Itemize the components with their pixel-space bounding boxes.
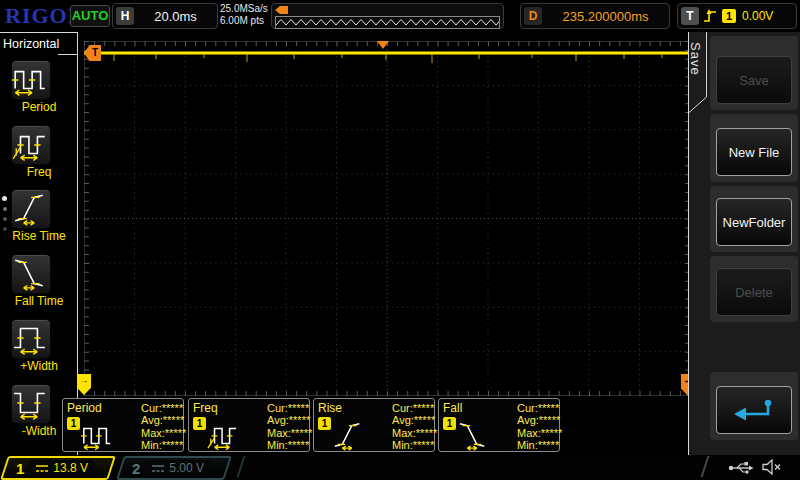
- delete-button[interactable]: Delete: [716, 268, 792, 316]
- memory-depth-value: 6.00M pts: [220, 15, 268, 27]
- channel1-scale: 13.8 V: [53, 461, 88, 475]
- soft-button-slot: NewFolder: [710, 186, 798, 252]
- trigger-source-badge: 1: [722, 9, 736, 23]
- measurement-channel-badge: 1: [67, 417, 80, 430]
- channel2-scale: 5.00 V: [169, 461, 204, 475]
- channel2-scale-box: 5.00 V: [145, 460, 210, 476]
- right-menu-title-tab: Save: [688, 42, 703, 76]
- return-arrow-icon: [731, 397, 777, 423]
- menu-item-rise-time[interactable]: [11, 189, 51, 229]
- menu-item-period[interactable]: [11, 60, 51, 100]
- left-menu-top-border: [0, 32, 78, 33]
- measurement-stats: Cur:***** Avg:***** Max:***** Min:*****: [141, 402, 186, 451]
- measurement-name: Fall: [443, 401, 462, 415]
- channel1-tab[interactable]: 1 13.8 V: [0, 456, 116, 480]
- fall-time-icon: [457, 419, 489, 451]
- measurement-panel-rise[interactable]: Rise 1 Cur:***** Avg:***** Max:***** Min…: [313, 398, 435, 452]
- trigger-status-box[interactable]: T 1 0.00V: [677, 3, 797, 29]
- menu-scroll-dot: [3, 227, 7, 231]
- menu-item-minus-width[interactable]: [11, 384, 51, 424]
- menu-item-rise-time-label: Rise Time: [0, 229, 78, 243]
- acquisition-status-badge: AUTO: [70, 5, 110, 27]
- channel2-tab[interactable]: 2 5.00 V: [116, 456, 232, 480]
- measurement-channel-badge: 1: [193, 417, 206, 430]
- measurement-channel-badge: 1: [443, 417, 456, 430]
- measurement-panel-fall[interactable]: Fall 1 Cur:***** Avg:***** Max:***** Min…: [438, 398, 560, 452]
- new-folder-button[interactable]: NewFolder: [716, 198, 792, 246]
- return-button[interactable]: [716, 386, 792, 434]
- soft-button-slot: Delete: [710, 256, 798, 322]
- sample-rate-value: 25.0MSa/s: [220, 3, 268, 15]
- menu-item-plus-width-label: +Width: [0, 359, 78, 373]
- left-menu-right-border: [77, 32, 78, 455]
- grid-lines: [84, 41, 690, 396]
- rise-time-icon: [12, 190, 48, 226]
- bottom-status-bar: 1 13.8 V 2 5.00 V: [0, 455, 800, 480]
- soft-button-slot: Save: [710, 36, 798, 110]
- graticule: [84, 41, 690, 396]
- measurement-channel-badge: 1: [318, 417, 331, 430]
- horizontal-label: H: [116, 7, 134, 25]
- soft-button-slot: [710, 372, 798, 440]
- sample-rate-block: 25.0MSa/s 6.00M pts: [220, 3, 268, 27]
- measurement-stats: Cur:***** Avg:***** Max:***** Min:*****: [517, 402, 562, 451]
- measurement-name: Period: [67, 401, 102, 415]
- measurement-panel-period[interactable]: Period 1 Cur:***** Avg:***** Max:***** M…: [62, 398, 184, 452]
- menu-item-freq-label: Freq: [0, 165, 78, 179]
- delay-value: 235.200000ms: [542, 9, 669, 24]
- menu-item-fall-time[interactable]: [11, 254, 51, 294]
- trigger-slope-icon: [703, 8, 718, 24]
- save-button[interactable]: Save: [716, 56, 792, 104]
- left-menu-tab-border: [58, 54, 77, 55]
- rise-time-icon: [332, 419, 364, 451]
- new-file-button[interactable]: New File: [716, 128, 792, 176]
- dc-coupling-icon: [151, 464, 165, 473]
- freq-icon: [12, 126, 48, 162]
- menu-item-period-label: Period: [0, 100, 78, 114]
- period-icon: [81, 419, 113, 451]
- preview-position-marker-icon: [275, 6, 288, 14]
- measurement-panel-freq[interactable]: Freq 1 Cur:***** Avg:***** Max:***** Min…: [188, 398, 310, 452]
- preview-waveform: [275, 16, 500, 29]
- trigger-position-triangle-icon[interactable]: [377, 41, 389, 49]
- delay-label: D: [524, 7, 542, 25]
- left-function-menu: Horizontal Period Freq: [0, 32, 80, 455]
- channel1-scale-box: 13.8 V: [29, 460, 94, 476]
- usb-icon: [728, 460, 754, 475]
- speaker-muted-icon: [762, 459, 782, 475]
- plus-width-icon: [12, 320, 48, 356]
- horizontal-scale-value: 20.0ms: [134, 9, 217, 24]
- dc-coupling-icon: [35, 464, 49, 473]
- menu-item-plus-width[interactable]: [11, 319, 51, 359]
- waveform-preview-bar[interactable]: [271, 3, 504, 29]
- trigger-level-value: 0.00V: [742, 9, 773, 23]
- measurement-name: Rise: [318, 401, 342, 415]
- menu-item-fall-time-label: Fall Time: [0, 294, 78, 308]
- tab-separator: [237, 456, 246, 477]
- minus-width-icon: [12, 385, 48, 421]
- channel1-number: 1: [16, 460, 24, 477]
- fall-time-icon: [12, 255, 48, 291]
- measurement-stats: Cur:***** Avg:***** Max:***** Min:*****: [267, 402, 312, 451]
- top-status-bar: RIGOL AUTO H 20.0ms 25.0MSa/s 6.00M pts …: [0, 0, 800, 33]
- channel2-number: 2: [132, 460, 140, 477]
- menu-item-freq[interactable]: [11, 125, 51, 165]
- menu-scroll-dot: [3, 217, 7, 221]
- measurement-bar: Period 1 Cur:***** Avg:***** Max:***** M…: [62, 398, 574, 455]
- horizontal-scale-box[interactable]: H 20.0ms: [112, 3, 218, 29]
- freq-icon: [207, 419, 239, 451]
- left-menu-title: Horizontal: [3, 37, 59, 51]
- measurement-stats: Cur:***** Avg:***** Max:***** Min:*****: [392, 402, 437, 451]
- menu-scroll-dot: [3, 207, 7, 211]
- tab-separator: [701, 456, 710, 477]
- period-icon: [12, 61, 48, 97]
- measurement-name: Freq: [193, 401, 218, 415]
- trigger-label: T: [681, 7, 699, 25]
- oscilloscope-screen: RIGOL AUTO H 20.0ms 25.0MSa/s 6.00M pts …: [0, 0, 800, 480]
- menu-scroll-dot: [2, 196, 7, 201]
- right-soft-menu: Save New File NewFolder Delete: [688, 32, 800, 455]
- soft-button-slot: New File: [710, 114, 798, 182]
- trigger-delay-box[interactable]: D 235.200000ms: [520, 3, 670, 29]
